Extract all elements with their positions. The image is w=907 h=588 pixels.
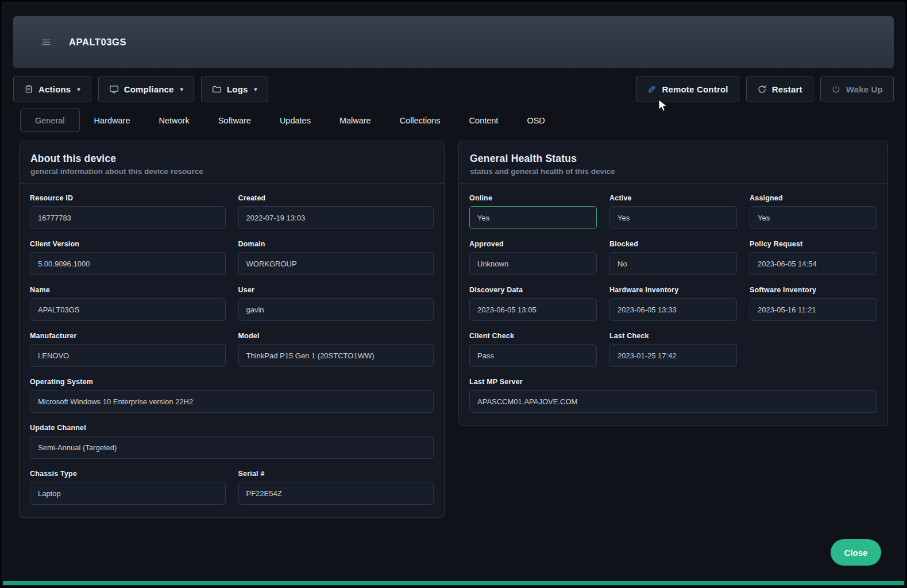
field-label: Model <box>238 332 434 340</box>
field-label: Serial # <box>238 470 434 478</box>
field-value-box: Microsoft Windows 10 Enterprise version … <box>30 390 434 413</box>
about-device-card: About this device general information ab… <box>19 141 445 518</box>
field-user: User gavin <box>238 286 434 321</box>
field-value-box: gavin <box>238 298 434 321</box>
tab-collections[interactable]: Collections <box>385 109 455 132</box>
field-value-box: Laptop <box>30 482 226 505</box>
field-created: Created 2022-07-19 13:03 <box>238 194 434 229</box>
field-label: Created <box>238 194 434 202</box>
field-value-box: WORKGROUP <box>238 252 434 275</box>
field-blocked: Blocked No <box>609 240 737 275</box>
field-label: Operating System <box>30 378 434 386</box>
card-header: General Health Status status and general… <box>459 141 887 184</box>
field-value-box: APASCCM01.APAJOVE.COM <box>469 390 877 413</box>
field-value-box: Unknown <box>469 252 597 275</box>
field-label: Approved <box>469 240 597 248</box>
compliance-button[interactable]: Compliance ▾ <box>98 76 194 102</box>
field-last-mp-server: Last MP Server APASCCM01.APAJOVE.COM <box>469 378 877 413</box>
field-label: Update Channel <box>30 424 434 432</box>
field-active: Active Yes <box>609 194 737 229</box>
restart-icon <box>757 84 767 94</box>
remote-control-button[interactable]: Remote Control <box>636 76 739 102</box>
field-value-box: LENOVO <box>30 344 226 367</box>
toolbar-right: Remote Control Restart Wake Up <box>636 76 894 102</box>
tab-software[interactable]: Software <box>204 109 265 132</box>
chevron-down-icon: ▾ <box>254 86 257 92</box>
field-client-check: Client Check Pass <box>469 332 597 367</box>
tab-network[interactable]: Network <box>144 109 203 132</box>
field-domain: Domain WORKGROUP <box>238 240 434 275</box>
monitor-icon <box>109 84 119 94</box>
field-value-box: Semi-Annual (Targeted) <box>30 436 434 459</box>
field-label: Client Version <box>30 240 226 248</box>
close-button[interactable]: Close <box>831 539 881 566</box>
field-value-box: 2023-06-05 13:05 <box>469 298 597 321</box>
field-value-box: Pass <box>469 344 597 367</box>
field-label: Domain <box>238 240 434 248</box>
tab-malware[interactable]: Malware <box>325 109 385 132</box>
field-label: Name <box>30 286 226 294</box>
field-label: Chassis Type <box>30 470 226 478</box>
tab-updates[interactable]: Updates <box>265 109 325 132</box>
toolbar-left: Actions ▾ Compliance ▾ Logs ▾ <box>13 76 268 102</box>
field-label: Client Check <box>469 332 597 340</box>
content-area: About this device general information ab… <box>3 141 904 518</box>
page-title: APALT03GS <box>69 37 126 48</box>
field-last-check: Last Check 2023-01-25 17:42 <box>609 332 737 367</box>
field-serial-number: Serial # PF22E54Z <box>238 470 434 505</box>
field-software-inventory: Software Inventory 2023-05-16 11:21 <box>750 286 877 321</box>
field-value-box: 2023-01-25 17:42 <box>609 344 737 367</box>
button-label: Compliance <box>124 84 174 94</box>
field-value-box: 5.00.9096.1000 <box>30 252 226 275</box>
field-value-box: 2023-05-16 11:21 <box>750 298 877 321</box>
field-value-box: Yes <box>750 206 877 229</box>
bottom-accent-bar <box>3 581 904 585</box>
field-value-box: 2023-06-05 14:54 <box>750 252 877 275</box>
field-label: User <box>238 286 434 294</box>
field-label: Online <box>469 194 597 202</box>
wake-up-button[interactable]: Wake Up <box>820 76 894 102</box>
field-label: Assigned <box>750 194 877 202</box>
tab-hardware[interactable]: Hardware <box>80 109 145 132</box>
field-policy-request: Policy Request 2023-06-05 14:54 <box>750 240 877 275</box>
field-update-channel: Update Channel Semi-Annual (Targeted) <box>30 424 434 459</box>
field-online: Online Yes <box>469 194 597 229</box>
tab-osd[interactable]: OSD <box>512 109 559 132</box>
field-label: Resource ID <box>30 194 226 202</box>
chevron-down-icon: ▾ <box>180 86 183 92</box>
field-value-box: 2023-06-05 13:33 <box>609 298 737 321</box>
field-value-box: PF22E54Z <box>238 482 434 505</box>
field-label: Software Inventory <box>750 286 877 294</box>
field-name: Name APALT03GS <box>30 286 226 321</box>
health-status-card: General Health Status status and general… <box>458 141 888 426</box>
field-label: Hardware Inventory <box>609 286 737 294</box>
tab-content[interactable]: Content <box>455 109 513 132</box>
field-label: Last Check <box>609 332 737 340</box>
field-label: Active <box>609 194 737 202</box>
field-value-box: ThinkPad P15 Gen 1 (20STCTO1WW) <box>238 344 434 367</box>
field-approved: Approved Unknown <box>469 240 597 275</box>
card-subtitle: status and general health of this device <box>470 167 877 176</box>
device-details-page: APALT03GS Actions ▾ Compliance ▾ <box>2 2 905 586</box>
card-title: About this device <box>30 153 433 165</box>
card-header: About this device general information ab… <box>20 141 444 184</box>
card-title: General Health Status <box>470 153 877 165</box>
field-label: Discovery Data <box>469 286 597 294</box>
field-assigned: Assigned Yes <box>750 194 877 229</box>
field-label: Last MP Server <box>469 378 877 386</box>
field-resource-id: Resource ID 16777783 <box>30 194 226 229</box>
field-label: Blocked <box>609 240 737 248</box>
tab-general[interactable]: General <box>20 109 80 132</box>
field-value-box: 16777783 <box>30 206 226 229</box>
restart-button[interactable]: Restart <box>746 76 813 102</box>
logs-button[interactable]: Logs ▾ <box>201 76 268 102</box>
card-subtitle: general information about this device re… <box>30 167 433 176</box>
button-label: Remote Control <box>662 84 728 94</box>
tab-bar: General Hardware Network Software Update… <box>20 109 904 132</box>
field-value-box: 2022-07-19 13:03 <box>238 206 434 229</box>
chevron-down-icon: ▾ <box>77 86 80 92</box>
title-bar: APALT03GS <box>13 16 894 68</box>
button-label: Actions <box>38 84 71 94</box>
actions-button[interactable]: Actions ▾ <box>13 76 91 102</box>
menu-icon[interactable] <box>38 34 54 50</box>
